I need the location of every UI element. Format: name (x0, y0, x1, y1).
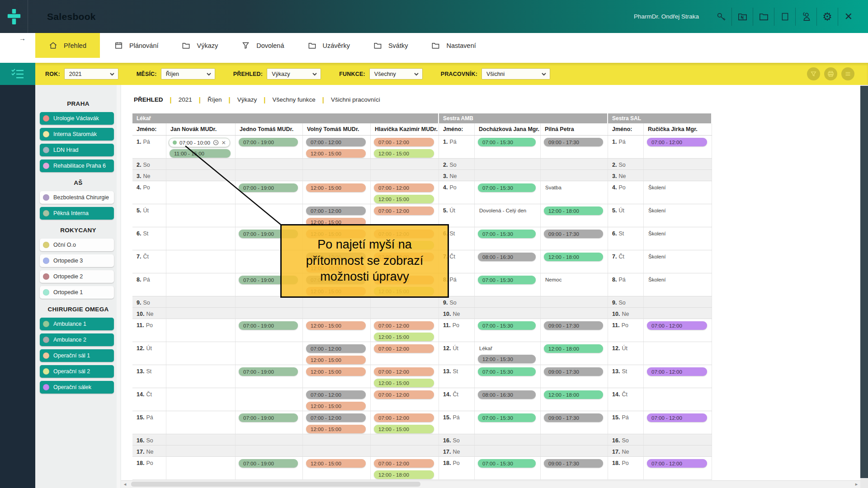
sidebar-item-rehabilitace-praha-6[interactable]: Rehabilitace Praha 6 (40, 160, 114, 172)
sidebar-item-ambulance-2[interactable]: Ambulance 2 (40, 333, 114, 346)
absence-note[interactable]: Svatba (541, 183, 608, 194)
schedule-cell[interactable] (475, 159, 541, 169)
schedule-cell[interactable]: 09:00 - 17:30 (541, 365, 608, 388)
schedule-cell[interactable] (166, 227, 236, 250)
shift-chip[interactable]: 09:00 - 17:30 (544, 459, 603, 468)
schedule-cell[interactable]: 07:00 - 10:00✕11:00 - 15:00 (166, 136, 236, 158)
shift-chip[interactable]: 07:00 - 15:30 (478, 321, 536, 330)
schedule-cell[interactable]: 09:00 - 17:30 (541, 136, 608, 158)
schedule-cell[interactable]: 07:00 - 12:0012:00 - 15:00 (371, 181, 439, 204)
schedule-cell[interactable] (303, 434, 371, 445)
schedule-cell[interactable]: 07:00 - 15:30 (475, 136, 541, 158)
shift-chip[interactable]: 12:00 - 15:00 (306, 402, 366, 410)
filter-icon[interactable] (807, 67, 820, 80)
schedule-cell[interactable]: 07:00 - 19:00 (236, 181, 303, 204)
shift-chip[interactable]: 07:00 - 12:00 (306, 206, 366, 215)
schedule-cell[interactable] (166, 434, 236, 445)
absence-note[interactable]: Školení (644, 276, 712, 286)
schedule-cell[interactable]: 12:00 - 15:00 (303, 319, 371, 342)
schedule-cell[interactable] (371, 296, 439, 307)
schedule-cell[interactable] (644, 170, 712, 181)
schedule-cell[interactable] (475, 308, 541, 319)
schedule-cell[interactable]: 07:00 - 12:0012:00 - 18:00 (371, 457, 439, 479)
sidebar-item-ortopedie-1[interactable]: Ortopedie 1 (40, 286, 114, 299)
schedule-cell[interactable]: 07:00 - 15:30 (475, 181, 541, 204)
schedule-cell[interactable]: 12:00 - 18:00 (541, 388, 608, 411)
shift-chip[interactable]: 12:00 - 18:00 (544, 206, 603, 215)
shift-chip[interactable]: 07:00 - 19:00 (239, 321, 298, 330)
schedule-cell[interactable] (541, 296, 608, 307)
schedule-cell[interactable]: 07:00 - 12:00 (371, 342, 439, 365)
tab-svátky[interactable]: Svátky (362, 33, 420, 58)
shift-chip[interactable]: 07:00 - 15:30 (478, 230, 536, 238)
shift-chip[interactable]: 08:00 - 16:30 (478, 390, 536, 399)
schedule-cell[interactable]: 09:00 - 17:30 (541, 411, 608, 434)
schedule-cell[interactable]: 07:00 - 12:00 (644, 457, 712, 479)
shift-chip[interactable]: 09:00 - 17:30 (544, 367, 603, 376)
shift-chip[interactable]: 12:00 - 15:00 (306, 321, 366, 330)
shift-chip[interactable]: 12:00 - 18:00 (374, 470, 434, 479)
absence-note[interactable]: Školení (644, 206, 712, 217)
schedule-cell[interactable]: Školení (644, 181, 712, 204)
schedule-cell[interactable] (166, 181, 236, 204)
box-icon[interactable] (774, 8, 795, 26)
schedule-cell[interactable]: Školení (644, 273, 712, 296)
schedule-cell[interactable]: 07:00 - 15:30 (475, 227, 541, 250)
shift-chip[interactable]: 07:00 - 15:30 (478, 413, 536, 422)
schedule-cell[interactable] (475, 446, 541, 456)
shift-chip[interactable]: 08:00 - 16:30 (478, 253, 536, 261)
schedule-cell[interactable]: 12:00 - 18:00 (541, 250, 608, 273)
schedule-cell[interactable]: 12:00 - 15:00 (303, 181, 371, 204)
schedule-cell[interactable]: 07:00 - 12:0012:00 - 15:00 (371, 411, 439, 434)
forward-arrow-icon[interactable]: → (19, 34, 26, 42)
schedule-cell[interactable] (166, 273, 236, 296)
shift-chip[interactable]: 12:00 - 15:00 (306, 356, 366, 364)
shift-chip[interactable]: 07:00 - 19:00 (239, 183, 298, 192)
shift-chip[interactable]: 12:00 - 18:00 (544, 390, 603, 399)
sidebar-item-opera-n-s-l-1[interactable]: Operační sál 1 (40, 349, 114, 362)
shift-chip[interactable]: 12:00 - 15:00 (306, 425, 366, 433)
schedule-cell[interactable] (166, 342, 236, 365)
schedule-cell[interactable] (541, 170, 608, 181)
menu-icon[interactable] (841, 67, 854, 80)
shift-chip[interactable]: 12:00 - 15:00 (306, 149, 366, 158)
shift-chip[interactable]: 07:00 - 15:30 (478, 276, 536, 284)
sidebar-item-urologie-v-clav-k[interactable]: Urologie Václavák (40, 112, 114, 125)
sidebar-item-ortopedie-3[interactable]: Ortopedie 3 (40, 254, 114, 267)
schedule-cell[interactable]: 07:00 - 12:00 (371, 388, 439, 411)
absence-note[interactable]: Lékař (475, 344, 540, 355)
schedule-cell[interactable] (166, 308, 236, 319)
folder-icon[interactable] (753, 8, 774, 26)
schedule-cell[interactable]: Svatba (541, 181, 608, 204)
schedule-cell[interactable]: 08:00 - 16:30 (475, 388, 541, 411)
schedule-cell[interactable]: 07:00 - 12:00 (644, 365, 712, 388)
shift-chip[interactable]: 12:00 - 15:30 (478, 355, 536, 363)
schedule-cell[interactable] (644, 388, 712, 411)
schedule-cell[interactable] (644, 308, 712, 319)
schedule-cell[interactable]: 07:00 - 19:00 (236, 411, 303, 434)
schedule-cell[interactable]: 07:00 - 12:0012:00 - 15:00 (371, 136, 439, 158)
schedule-cell[interactable] (166, 411, 236, 434)
shift-chip[interactable]: 07:00 - 15:30 (478, 367, 536, 376)
tab-nastavení[interactable]: Nastavení (420, 33, 487, 58)
schedule-cell[interactable]: Školení (644, 250, 712, 273)
schedule-cell[interactable] (166, 446, 236, 456)
shift-chip[interactable]: 12:00 - 18:00 (544, 253, 603, 261)
remove-icon[interactable]: ✕ (222, 140, 226, 146)
shift-chip[interactable]: 12:00 - 18:00 (544, 344, 603, 353)
sidebar-item-interna-starom-k[interactable]: Interna Staromák (40, 128, 114, 141)
schedule-cell[interactable] (236, 388, 303, 411)
schedule-cell[interactable]: Lékař12:00 - 15:30 (475, 342, 541, 365)
schedule-cell[interactable] (303, 159, 371, 169)
absence-note[interactable]: Školení (644, 230, 712, 240)
schedule-cell[interactable]: 07:00 - 12:0012:00 - 15:00 (371, 319, 439, 342)
schedule-cell[interactable]: 09:00 - 17:30 (541, 227, 608, 250)
gear-icon[interactable]: ⚙ (817, 8, 838, 26)
shift-chip[interactable]: 07:00 - 12:00 (647, 413, 707, 422)
schedule-cell[interactable]: 07:00 - 15:30 (475, 273, 541, 296)
schedule-cell[interactable] (475, 170, 541, 181)
schedule-cell[interactable] (371, 308, 439, 319)
sidebar-toggle-button[interactable] (0, 63, 35, 85)
schedule-cell[interactable] (236, 159, 303, 169)
schedule-cell[interactable]: 07:00 - 12:00 (644, 136, 712, 158)
